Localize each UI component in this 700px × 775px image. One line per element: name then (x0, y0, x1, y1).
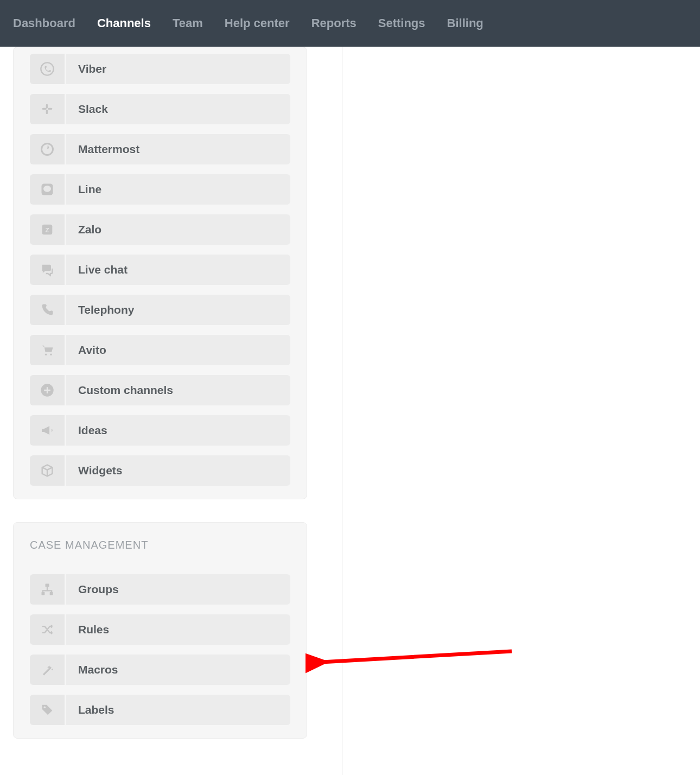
cube-icon (30, 455, 65, 486)
svg-text:Z: Z (45, 226, 49, 233)
svg-point-0 (41, 62, 53, 75)
sidebar-item-label: Mattermost (66, 134, 290, 164)
svg-point-16 (44, 707, 46, 709)
viber-icon (30, 54, 65, 84)
svg-rect-3 (46, 104, 48, 109)
cart-icon (30, 335, 65, 365)
svg-rect-4 (46, 110, 48, 114)
sidebar-item-label: Rules (66, 614, 290, 645)
sidebar-item-widgets[interactable]: Widgets (30, 455, 290, 486)
nav-settings[interactable]: Settings (378, 16, 425, 30)
tags-icon (30, 695, 65, 725)
sidebar-item-ideas[interactable]: Ideas (30, 415, 290, 446)
line-icon (30, 174, 65, 205)
svg-rect-14 (42, 592, 45, 595)
chat-icon (30, 255, 65, 285)
sidebar-item-label: Widgets (66, 455, 290, 486)
svg-rect-15 (50, 592, 53, 595)
bullhorn-icon (30, 415, 65, 446)
sidebar-item-custom-channels[interactable]: Custom channels (30, 375, 290, 405)
phone-icon (30, 295, 65, 325)
sidebar-item-line[interactable]: Line (30, 174, 290, 205)
sidebar-item-label: Avito (66, 335, 290, 365)
sidebar-item-rules[interactable]: Rules (30, 614, 290, 645)
nav-dashboard[interactable]: Dashboard (13, 16, 75, 30)
sidebar-item-label: Live chat (66, 255, 290, 285)
nav-channels[interactable]: Channels (97, 16, 151, 30)
svg-point-7 (43, 186, 51, 192)
sidebar-item-zalo[interactable]: Z Zalo (30, 214, 290, 245)
svg-point-10 (45, 353, 47, 355)
sidebar-item-slack[interactable]: Slack (30, 94, 290, 124)
top-navigation: Dashboard Channels Team Help center Repo… (0, 0, 700, 47)
sidebar-item-labels[interactable]: Labels (30, 695, 290, 725)
mattermost-icon (30, 134, 65, 164)
svg-rect-1 (42, 108, 47, 110)
sidebar-item-label: Macros (66, 655, 290, 685)
sidebar-item-label: Custom channels (66, 375, 290, 405)
sidebar-item-label: Viber (66, 54, 290, 84)
sidebar-item-avito[interactable]: Avito (30, 335, 290, 365)
shuffle-icon (30, 614, 65, 645)
sidebar-item-groups[interactable]: Groups (30, 574, 290, 605)
section-header: CASE MANAGEMENT (14, 523, 307, 564)
slack-icon (30, 94, 65, 124)
sidebar-item-live-chat[interactable]: Live chat (30, 255, 290, 285)
nav-help-center[interactable]: Help center (225, 16, 290, 30)
plus-circle-icon (30, 375, 65, 405)
sidebar-item-mattermost[interactable]: Mattermost (30, 134, 290, 164)
channels-section: Viber Slack Mattermost (13, 47, 307, 499)
wand-icon (30, 655, 65, 685)
case-management-section: CASE MANAGEMENT Groups Rules (13, 522, 307, 739)
svg-rect-2 (48, 108, 52, 110)
sidebar-item-viber[interactable]: Viber (30, 54, 290, 84)
svg-rect-13 (46, 584, 49, 587)
sidebar: Viber Slack Mattermost (0, 47, 320, 752)
sidebar-item-label: Labels (66, 695, 290, 725)
nav-team[interactable]: Team (173, 16, 203, 30)
sidebar-item-label: Line (66, 174, 290, 205)
vertical-divider (342, 47, 342, 775)
sidebar-item-macros[interactable]: Macros (30, 655, 290, 685)
svg-point-11 (50, 353, 52, 355)
sidebar-item-label: Ideas (66, 415, 290, 446)
sitemap-icon (30, 574, 65, 605)
nav-reports[interactable]: Reports (311, 16, 357, 30)
nav-billing[interactable]: Billing (447, 16, 483, 30)
sidebar-item-label: Zalo (66, 214, 290, 245)
sidebar-item-telephony[interactable]: Telephony (30, 295, 290, 325)
sidebar-item-label: Groups (66, 574, 290, 605)
sidebar-item-label: Slack (66, 94, 290, 124)
zalo-icon: Z (30, 214, 65, 245)
sidebar-item-label: Telephony (66, 295, 290, 325)
